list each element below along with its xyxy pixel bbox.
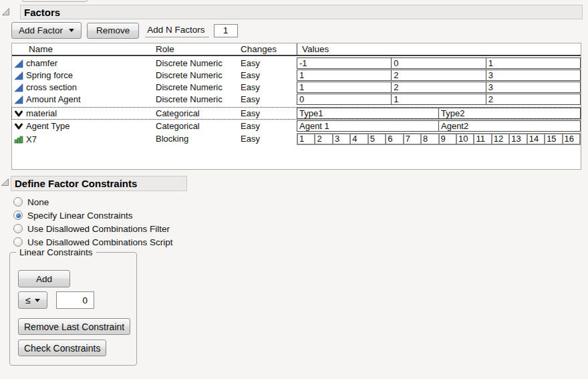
table-row: cross section Discrete Numeric Easy 1 2 … <box>12 82 581 93</box>
factor-role-cell[interactable]: Discrete Numeric <box>156 94 241 105</box>
constraints-collapse-icon[interactable] <box>1 178 9 186</box>
radio-label: Use Disallowed Combinations Script <box>27 237 173 247</box>
value-cell[interactable]: -1 <box>297 57 392 69</box>
factor-role-cell[interactable]: Blocking <box>156 133 241 145</box>
value-cell[interactable]: 10 <box>456 133 474 145</box>
check-constraints-label: Check Constraints <box>24 343 100 354</box>
factors-collapse-icon[interactable] <box>1 7 10 16</box>
table-row: Agent Type Categorical Easy Agent 1 Agen… <box>12 120 581 132</box>
value-cell[interactable]: 0 <box>391 57 486 69</box>
factor-values: Type1 Type2 <box>297 108 581 119</box>
factor-name-cell[interactable]: Spring force <box>12 70 156 81</box>
add-n-factors-label: Add N Factors <box>145 23 208 37</box>
factor-name: Amount Agent <box>26 94 81 104</box>
radio-icon[interactable] <box>13 197 23 207</box>
factor-name-cell[interactable]: Agent Type <box>12 120 156 132</box>
factor-name: cross section <box>26 82 77 92</box>
radio-icon[interactable] <box>13 224 23 233</box>
radio-option-specify-linear[interactable]: Specify Linear Constraints <box>13 209 173 222</box>
factor-name: material <box>26 108 57 118</box>
value-cell[interactable]: 1 <box>486 57 581 69</box>
factor-role-cell[interactable]: Discrete Numeric <box>156 57 241 69</box>
add-factor-button[interactable]: Add Factor <box>11 22 82 39</box>
radio-label: Use Disallowed Combinations Filter <box>27 224 170 234</box>
add-constraint-label: Add <box>36 274 52 284</box>
radio-option-none[interactable]: None <box>13 195 173 209</box>
value-cell[interactable]: Agent2 <box>438 120 581 132</box>
value-cell[interactable]: 8 <box>420 133 439 145</box>
value-cell[interactable]: 3 <box>332 133 351 145</box>
factor-values: -1 0 1 <box>297 57 581 69</box>
factors-table: Name Role Changes Values chamfer Discret… <box>11 43 581 170</box>
value-cell[interactable]: 11 <box>473 133 492 145</box>
value-cell[interactable]: 1 <box>297 133 315 145</box>
factor-role-cell[interactable]: Categorical <box>156 108 241 119</box>
constraints-header[interactable]: Define Factor Constraints <box>11 176 187 191</box>
factor-role-cell[interactable]: Categorical <box>156 120 241 132</box>
value-cell[interactable]: Type2 <box>438 108 581 119</box>
factor-name-cell[interactable]: cross section <box>12 82 156 93</box>
factors-header[interactable]: Factors <box>20 5 583 19</box>
value-cell[interactable]: 2 <box>486 94 581 105</box>
value-cell[interactable]: Agent 1 <box>297 120 439 132</box>
add-factor-label: Add Factor <box>19 25 63 35</box>
radio-option-disallowed-filter[interactable]: Use Disallowed Combinations Filter <box>13 222 173 235</box>
value-cell[interactable]: 12 <box>491 133 510 145</box>
constraint-value-input[interactable] <box>56 291 94 309</box>
linear-constraints-legend: Linear Constraints <box>16 247 96 257</box>
radio-icon-selected[interactable] <box>13 211 23 220</box>
factor-changes-cell[interactable]: Easy <box>241 70 297 81</box>
value-cell[interactable]: 6 <box>385 133 404 145</box>
value-cell[interactable]: Type1 <box>297 108 439 119</box>
radio-option-disallowed-script[interactable]: Use Disallowed Combinations Script <box>13 235 173 249</box>
factor-changes-cell[interactable]: Easy <box>241 57 297 69</box>
value-cell[interactable]: 3 <box>486 82 581 93</box>
table-row-selected: material Categorical Easy Type1 Type2 <box>12 108 581 119</box>
categorical-icon <box>14 122 23 131</box>
factor-changes-cell[interactable]: Easy <box>241 120 297 132</box>
factor-changes-cell[interactable]: Easy <box>241 94 297 105</box>
value-cell[interactable]: 2 <box>391 70 486 81</box>
value-cell[interactable]: 9 <box>438 133 457 145</box>
factor-values: 1 2 3 4 5 6 7 8 9 10 11 12 13 14 15 16 <box>297 133 581 145</box>
value-cell[interactable]: 2 <box>391 82 486 93</box>
radio-icon[interactable] <box>13 237 23 247</box>
factor-role-cell[interactable]: Discrete Numeric <box>156 82 241 93</box>
value-cell[interactable]: 7 <box>403 133 422 145</box>
value-cell[interactable]: 1 <box>391 94 486 105</box>
value-cell[interactable]: 1 <box>297 82 392 93</box>
remove-last-constraint-label: Remove Last Constraint <box>24 322 124 332</box>
value-cell[interactable]: 3 <box>486 70 581 81</box>
cutoff-top-element <box>22 0 88 2</box>
add-n-factors-input[interactable] <box>214 24 238 37</box>
factor-changes-cell[interactable]: Easy <box>241 108 297 119</box>
radio-label: Specify Linear Constraints <box>27 211 133 221</box>
factor-name-cell[interactable]: material <box>12 108 156 119</box>
factor-name-cell[interactable]: chamfer <box>12 57 156 69</box>
constraint-options: None Specify Linear Constraints Use Disa… <box>13 195 173 249</box>
check-constraints-button[interactable]: Check Constraints <box>18 340 106 356</box>
factor-changes-cell[interactable]: Easy <box>241 82 297 93</box>
value-cell[interactable]: 14 <box>527 133 545 145</box>
factor-role-cell[interactable]: Discrete Numeric <box>156 70 241 81</box>
factors-title: Factors <box>24 7 60 18</box>
remove-label: Remove <box>96 25 130 35</box>
value-cell[interactable]: 16 <box>562 133 581 145</box>
factor-changes-cell[interactable]: Easy <box>241 133 297 145</box>
value-cell[interactable]: 2 <box>314 133 333 145</box>
value-cell[interactable]: 15 <box>544 133 563 145</box>
add-constraint-button[interactable]: Add <box>18 270 70 287</box>
value-cell[interactable]: 1 <box>297 70 392 81</box>
value-cell[interactable]: 4 <box>349 133 368 145</box>
constraints-title: Define Factor Constraints <box>15 178 137 189</box>
factor-name-cell[interactable]: Amount Agent <box>12 94 156 105</box>
operator-dropdown-button[interactable]: ≤ <box>18 291 47 309</box>
factors-rows: chamfer Discrete Numeric Easy -1 0 1 Spr… <box>12 57 581 145</box>
value-cell[interactable]: 13 <box>508 133 527 145</box>
value-cell[interactable]: 5 <box>368 133 386 145</box>
factor-name-cell[interactable]: X7 <box>12 133 156 145</box>
remove-last-constraint-button[interactable]: Remove Last Constraint <box>18 318 130 335</box>
remove-button[interactable]: Remove <box>87 23 139 39</box>
value-cell[interactable]: 0 <box>297 94 392 105</box>
table-row: Amount Agent Discrete Numeric Easy 0 1 2 <box>12 94 581 105</box>
